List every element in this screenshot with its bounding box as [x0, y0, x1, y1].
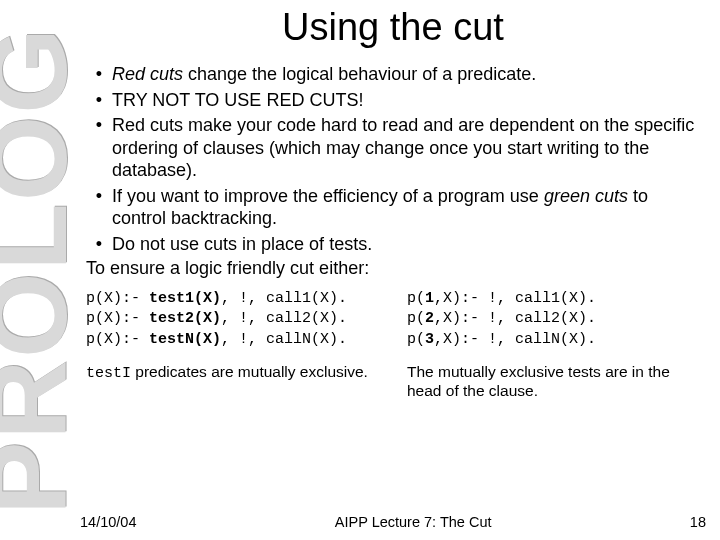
bullet-text: TRY NOT TO USE RED CUTS!	[112, 89, 706, 112]
footer-page: 18	[690, 514, 706, 530]
left-note: testI predicates are mutually exclusive.	[86, 362, 385, 384]
bullet-text: Red cuts change the logical behaviour of…	[112, 63, 706, 86]
side-prolog-label: PROLOG	[0, 0, 62, 540]
bullet-dot: •	[86, 89, 112, 112]
slide-footer: 14/10/04 AIPP Lecture 7: The Cut 18	[80, 514, 706, 530]
bullet-item: • Red cuts change the logical behaviour …	[86, 63, 706, 86]
footer-lecture: AIPP Lecture 7: The Cut	[335, 514, 492, 530]
bullet-text: Red cuts make your code hard to read and…	[112, 114, 706, 182]
bullet-text: Do not use cuts in place of tests.	[112, 233, 706, 256]
left-code-block: p(X):- test1(X), !, call1(X). p(X):- tes…	[86, 289, 385, 350]
bullet-dot: •	[86, 114, 112, 182]
slide-title: Using the cut	[80, 6, 706, 49]
right-code-block: p(1,X):- !, call1(X). p(2,X):- !, call2(…	[407, 289, 706, 350]
slide-content: Using the cut • Red cuts change the logi…	[70, 0, 720, 540]
bullet-text: If you want to improve the efficiency of…	[112, 185, 706, 230]
bullet-item: • If you want to improve the efficiency …	[86, 185, 706, 230]
bullet-item: • Red cuts make your code hard to read a…	[86, 114, 706, 182]
code-columns: p(X):- test1(X), !, call1(X). p(X):- tes…	[86, 289, 706, 401]
bullet-dot: •	[86, 63, 112, 86]
bullet-item: • Do not use cuts in place of tests.	[86, 233, 706, 256]
bullet-list: • Red cuts change the logical behaviour …	[86, 63, 706, 255]
bullet-dot: •	[86, 185, 112, 230]
left-column: p(X):- test1(X), !, call1(X). p(X):- tes…	[86, 289, 385, 401]
right-column: p(1,X):- !, call1(X). p(2,X):- !, call2(…	[407, 289, 706, 401]
bullet-item: • TRY NOT TO USE RED CUTS!	[86, 89, 706, 112]
ensure-line: To ensure a logic friendly cut either:	[86, 258, 706, 279]
footer-date: 14/10/04	[80, 514, 136, 530]
bullet-dot: •	[86, 233, 112, 256]
right-note: The mutually exclusive tests are in the …	[407, 362, 706, 401]
